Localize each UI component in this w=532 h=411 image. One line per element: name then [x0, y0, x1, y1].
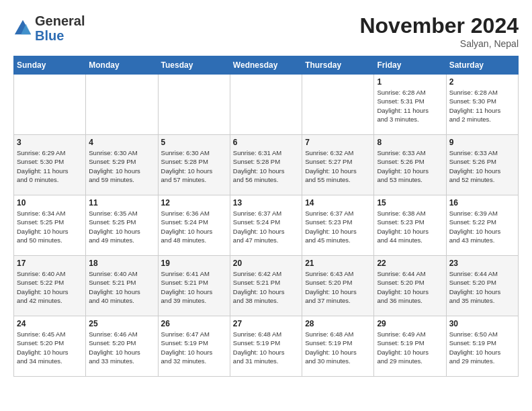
day-number: 17	[17, 259, 83, 268]
calendar-cell	[158, 75, 230, 135]
day-number: 28	[305, 319, 371, 328]
calendar-cell: 21Sunrise: 6:43 AM Sunset: 5:20 PM Dayli…	[302, 256, 374, 316]
calendar-cell: 11Sunrise: 6:35 AM Sunset: 5:25 PM Dayli…	[86, 195, 158, 256]
day-info: Sunrise: 6:30 AM Sunset: 5:28 PM Dayligh…	[161, 148, 227, 184]
day-info: Sunrise: 6:32 AM Sunset: 5:27 PM Dayligh…	[305, 148, 371, 184]
weekday-header-monday: Monday	[86, 56, 158, 75]
day-number: 26	[161, 319, 227, 328]
day-info: Sunrise: 6:48 AM Sunset: 5:19 PM Dayligh…	[305, 330, 371, 365]
day-info: Sunrise: 6:44 AM Sunset: 5:20 PM Dayligh…	[377, 269, 443, 305]
day-info: Sunrise: 6:37 AM Sunset: 5:23 PM Dayligh…	[305, 209, 371, 244]
day-info: Sunrise: 6:28 AM Sunset: 5:30 PM Dayligh…	[449, 88, 515, 124]
calendar-cell: 24Sunrise: 6:45 AM Sunset: 5:20 PM Dayli…	[14, 316, 86, 377]
calendar-cell	[86, 75, 158, 135]
calendar-cell	[230, 75, 302, 135]
calendar-cell: 25Sunrise: 6:46 AM Sunset: 5:20 PM Dayli…	[86, 316, 158, 377]
calendar-cell: 7Sunrise: 6:32 AM Sunset: 5:27 PM Daylig…	[302, 135, 374, 195]
day-number: 1	[377, 77, 443, 87]
day-number: 20	[233, 259, 299, 268]
day-number: 11	[89, 198, 154, 208]
day-info: Sunrise: 6:46 AM Sunset: 5:20 PM Dayligh…	[89, 330, 154, 365]
logo-general: General	[35, 13, 85, 28]
calendar-cell: 20Sunrise: 6:42 AM Sunset: 5:21 PM Dayli…	[230, 256, 302, 316]
day-number: 7	[305, 138, 371, 147]
day-number: 27	[233, 319, 299, 328]
day-number: 5	[161, 138, 227, 147]
day-info: Sunrise: 6:48 AM Sunset: 5:19 PM Dayligh…	[233, 330, 299, 365]
calendar-week-row: 1Sunrise: 6:28 AM Sunset: 5:31 PM Daylig…	[14, 75, 519, 135]
day-number: 22	[377, 259, 443, 268]
calendar-cell: 14Sunrise: 6:37 AM Sunset: 5:23 PM Dayli…	[302, 195, 374, 256]
month-title: November 2024	[359, 13, 519, 38]
day-number: 23	[449, 259, 515, 268]
calendar-cell: 15Sunrise: 6:38 AM Sunset: 5:23 PM Dayli…	[374, 195, 446, 256]
day-info: Sunrise: 6:41 AM Sunset: 5:21 PM Dayligh…	[161, 269, 227, 305]
day-number: 2	[449, 77, 515, 87]
day-info: Sunrise: 6:40 AM Sunset: 5:22 PM Dayligh…	[17, 269, 83, 305]
calendar-cell: 5Sunrise: 6:30 AM Sunset: 5:28 PM Daylig…	[158, 135, 230, 195]
calendar-cell: 18Sunrise: 6:40 AM Sunset: 5:21 PM Dayli…	[86, 256, 158, 316]
calendar-cell: 16Sunrise: 6:39 AM Sunset: 5:22 PM Dayli…	[446, 195, 518, 256]
calendar-cell: 13Sunrise: 6:37 AM Sunset: 5:24 PM Dayli…	[230, 195, 302, 256]
day-info: Sunrise: 6:31 AM Sunset: 5:28 PM Dayligh…	[233, 148, 299, 184]
calendar-cell: 4Sunrise: 6:30 AM Sunset: 5:29 PM Daylig…	[86, 135, 158, 195]
weekday-header-row: SundayMondayTuesdayWednesdayThursdayFrid…	[14, 56, 519, 75]
calendar-cell: 22Sunrise: 6:44 AM Sunset: 5:20 PM Dayli…	[374, 256, 446, 316]
day-info: Sunrise: 6:44 AM Sunset: 5:20 PM Dayligh…	[449, 269, 515, 305]
calendar-cell: 19Sunrise: 6:41 AM Sunset: 5:21 PM Dayli…	[158, 256, 230, 316]
calendar-cell: 27Sunrise: 6:48 AM Sunset: 5:19 PM Dayli…	[230, 316, 302, 377]
calendar-cell: 6Sunrise: 6:31 AM Sunset: 5:28 PM Daylig…	[230, 135, 302, 195]
day-info: Sunrise: 6:34 AM Sunset: 5:25 PM Dayligh…	[17, 209, 83, 244]
day-number: 19	[161, 259, 227, 268]
calendar-table: SundayMondayTuesdayWednesdayThursdayFrid…	[13, 56, 519, 377]
day-number: 29	[377, 319, 443, 328]
day-number: 4	[89, 138, 154, 147]
day-info: Sunrise: 6:35 AM Sunset: 5:25 PM Dayligh…	[89, 209, 154, 244]
day-number: 30	[449, 319, 515, 328]
day-info: Sunrise: 6:50 AM Sunset: 5:19 PM Dayligh…	[449, 330, 515, 365]
weekday-header-thursday: Thursday	[302, 56, 374, 75]
calendar-cell: 30Sunrise: 6:50 AM Sunset: 5:19 PM Dayli…	[446, 316, 518, 377]
weekday-header-tuesday: Tuesday	[158, 56, 230, 75]
day-info: Sunrise: 6:37 AM Sunset: 5:24 PM Dayligh…	[233, 209, 299, 244]
title-block: November 2024 Salyan, Nepal	[359, 13, 519, 49]
day-number: 13	[233, 198, 299, 208]
day-number: 15	[377, 198, 443, 208]
day-number: 18	[89, 259, 154, 268]
calendar-cell: 23Sunrise: 6:44 AM Sunset: 5:20 PM Dayli…	[446, 256, 518, 316]
day-number: 16	[449, 198, 515, 208]
logo-blue: Blue	[35, 28, 64, 43]
calendar-week-row: 24Sunrise: 6:45 AM Sunset: 5:20 PM Dayli…	[14, 316, 519, 377]
calendar-week-row: 17Sunrise: 6:40 AM Sunset: 5:22 PM Dayli…	[14, 256, 519, 316]
day-number: 8	[377, 138, 443, 147]
day-number: 14	[305, 198, 371, 208]
day-info: Sunrise: 6:43 AM Sunset: 5:20 PM Dayligh…	[305, 269, 371, 305]
day-info: Sunrise: 6:42 AM Sunset: 5:21 PM Dayligh…	[233, 269, 299, 305]
day-info: Sunrise: 6:36 AM Sunset: 5:24 PM Dayligh…	[161, 209, 227, 244]
calendar-week-row: 3Sunrise: 6:29 AM Sunset: 5:30 PM Daylig…	[14, 135, 519, 195]
logo-icon	[13, 19, 32, 38]
location: Salyan, Nepal	[359, 38, 519, 49]
calendar-cell	[302, 75, 374, 135]
page-header: General Blue November 2024 Salyan, Nepal	[13, 13, 519, 49]
day-number: 9	[449, 138, 515, 147]
calendar-cell: 28Sunrise: 6:48 AM Sunset: 5:19 PM Dayli…	[302, 316, 374, 377]
calendar-cell: 8Sunrise: 6:33 AM Sunset: 5:26 PM Daylig…	[374, 135, 446, 195]
day-number: 12	[161, 198, 227, 208]
calendar-cell: 17Sunrise: 6:40 AM Sunset: 5:22 PM Dayli…	[14, 256, 86, 316]
calendar-cell: 10Sunrise: 6:34 AM Sunset: 5:25 PM Dayli…	[14, 195, 86, 256]
day-info: Sunrise: 6:39 AM Sunset: 5:22 PM Dayligh…	[449, 209, 515, 244]
calendar-cell: 12Sunrise: 6:36 AM Sunset: 5:24 PM Dayli…	[158, 195, 230, 256]
weekday-header-wednesday: Wednesday	[230, 56, 302, 75]
logo: General Blue	[13, 13, 85, 43]
calendar-week-row: 10Sunrise: 6:34 AM Sunset: 5:25 PM Dayli…	[14, 195, 519, 256]
weekday-header-sunday: Sunday	[14, 56, 86, 75]
day-info: Sunrise: 6:49 AM Sunset: 5:19 PM Dayligh…	[377, 330, 443, 365]
day-info: Sunrise: 6:33 AM Sunset: 5:26 PM Dayligh…	[377, 148, 443, 184]
day-info: Sunrise: 6:47 AM Sunset: 5:19 PM Dayligh…	[161, 330, 227, 365]
calendar-cell: 1Sunrise: 6:28 AM Sunset: 5:31 PM Daylig…	[374, 75, 446, 135]
day-number: 24	[17, 319, 83, 328]
calendar-cell: 29Sunrise: 6:49 AM Sunset: 5:19 PM Dayli…	[374, 316, 446, 377]
calendar-cell: 9Sunrise: 6:33 AM Sunset: 5:26 PM Daylig…	[446, 135, 518, 195]
calendar-cell: 3Sunrise: 6:29 AM Sunset: 5:30 PM Daylig…	[14, 135, 86, 195]
